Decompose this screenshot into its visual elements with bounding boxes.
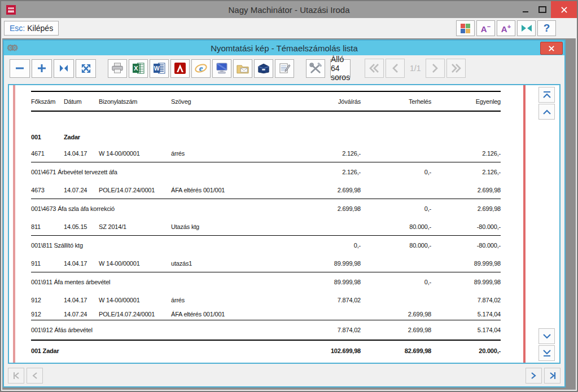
scroll-to-top-button[interactable]: [538, 87, 555, 103]
scroll-to-bottom-icon: [542, 349, 551, 357]
cell-voucher: POLE/14.07.24/0001: [99, 187, 171, 193]
fit-width-button[interactable]: [54, 59, 74, 78]
fit-width-icon: [59, 64, 69, 73]
cell-credit: 102.699,98: [293, 347, 361, 354]
cell-debit: 2.699,98: [361, 327, 431, 333]
settings-button[interactable]: [306, 59, 325, 78]
cell-label: 001\911 Áfa mentes árbevétel: [31, 279, 293, 285]
cell-debit: 0,-: [361, 169, 431, 175]
scroll-right-button[interactable]: [526, 368, 542, 384]
main-toolbar-right: A− A+ ?: [456, 20, 556, 36]
export-word-button[interactable]: W: [150, 59, 169, 78]
report-subtotal-row: 001\911 Áfa mentes árbevétel89.999,980,-…: [31, 272, 501, 292]
report-detail-row: 467314.07.24POLE/14.07.24/0001ÁFA eltéré…: [31, 182, 501, 199]
help-button[interactable]: ?: [537, 20, 556, 36]
exit-label: Kilépés: [27, 24, 53, 33]
font-decrease-button[interactable]: A−: [476, 20, 495, 36]
cell-credit: 0,-: [293, 242, 361, 249]
zoom-in-button[interactable]: [32, 59, 52, 78]
cell-account: 911: [31, 260, 64, 267]
zoom-out-button[interactable]: [10, 59, 30, 78]
print-button[interactable]: [108, 59, 127, 78]
column-header: Egyenleg: [431, 98, 501, 105]
send-mail-button[interactable]: [233, 59, 252, 78]
export-pdf-button[interactable]: [170, 59, 190, 78]
edit-button[interactable]: [275, 59, 294, 78]
scroll-to-bottom-button[interactable]: [538, 345, 555, 361]
column-header: Dátum: [64, 98, 99, 105]
scroll-right-end-button[interactable]: [544, 368, 561, 384]
cell-voucher: POLE/14.07.24/0001: [99, 311, 171, 318]
cell-account: 001: [31, 134, 64, 140]
svg-text:X: X: [133, 65, 138, 72]
pdf-icon: [174, 63, 186, 74]
first-page-button[interactable]: [365, 59, 384, 78]
cell-debit: 80.000,-: [361, 242, 431, 249]
first-page-icon: [369, 64, 380, 73]
cell-account: 4671: [31, 150, 64, 157]
scroll-down-button[interactable]: [538, 328, 555, 344]
export-html-button[interactable]: e: [191, 59, 211, 78]
view-screen-button[interactable]: [212, 59, 231, 78]
fit-page-button[interactable]: [76, 59, 96, 78]
report-subtotal-row: 001\811 Szállító ktg0,-80.000,--80.000,-: [31, 236, 501, 255]
cell-voucher: W 14-00/00001: [99, 260, 171, 267]
print-preview-window: ⚙⚙ Nyomtatási kép - Témaelszámolás lista: [3, 39, 566, 387]
cell-balance: 89.999,98: [431, 260, 501, 267]
archive-button[interactable]: [254, 59, 273, 78]
cell-balance: 89.999,98: [431, 279, 501, 285]
exit-button[interactable]: Esc: Kilépés: [4, 21, 59, 36]
zoom-in-icon: [37, 63, 47, 73]
report-detail-row: 91214.07.24POLE/14.07.24/0001ÁFA eltérés…: [31, 309, 501, 320]
tools-icon: [309, 63, 322, 74]
column-header: Bizonylatszám: [99, 98, 171, 105]
scroll-down-icon: [542, 333, 551, 340]
scroll-left-button[interactable]: [27, 368, 43, 384]
prev-page-button[interactable]: [386, 59, 405, 78]
scroll-left-end-button[interactable]: [8, 368, 24, 384]
cell-balance: 2.699,98: [431, 187, 501, 193]
next-page-button[interactable]: [426, 59, 445, 78]
scroll-right-end-icon: [549, 372, 557, 380]
svg-text:W: W: [154, 65, 159, 72]
cell-balance: -80.000,-: [431, 242, 501, 249]
report-detail-row: 91114.04.17W 14-00/00001utazás189.999,98…: [31, 255, 501, 272]
next-page-icon: [431, 64, 439, 73]
cell-voucher: SZ 2014/1: [99, 223, 171, 230]
resize-button[interactable]: [517, 20, 536, 36]
cell-credit: 89.999,98: [293, 260, 361, 267]
cell-balance: 2.699,98: [431, 205, 501, 212]
report-rule: [31, 111, 501, 112]
column-header: Jóváírás: [293, 98, 361, 105]
theme-grid-button[interactable]: [456, 20, 475, 36]
last-page-button[interactable]: [446, 59, 466, 78]
scroll-up-button[interactable]: [538, 104, 555, 120]
theme-grid-icon: [461, 24, 470, 33]
cell-account: 912: [31, 311, 64, 318]
preview-close-button[interactable]: [540, 42, 563, 55]
cell-text: utazás1: [171, 260, 293, 267]
cell-debit: 0,-: [361, 205, 431, 212]
app-window: Nagy Machinátor - Utazási Iroda Esc: Kil…: [0, 0, 578, 392]
cell-credit: 2.699,98: [293, 187, 361, 193]
cell-debit: 0,-: [361, 279, 431, 285]
cell-credit: 7.874,02: [293, 327, 361, 333]
window-title: Nagy Machinátor - Utazási Iroda: [1, 5, 577, 15]
report-detail-row: 81114.05.15SZ 2014/1Utazás ktg80.000,--8…: [31, 218, 501, 235]
cell-debit: 80.000,-: [361, 223, 431, 230]
page-layout-button[interactable]: Álló 64 soros: [330, 59, 351, 78]
report-subtotal-row: 001\912 Áfás árbevétel7.874,022.699,985.…: [31, 320, 501, 340]
cell-date: 14.07.24: [64, 187, 99, 193]
cell-label: 001 Zadar: [31, 347, 293, 354]
page-nav: 1/1: [365, 59, 466, 78]
cell-label: 001\4673 Áfa szla áfa korrekció: [31, 205, 293, 212]
font-increase-button[interactable]: A+: [497, 20, 515, 36]
report-group-row: 001Zadar: [31, 129, 501, 145]
export-excel-button[interactable]: X: [129, 59, 148, 78]
font-decrease-icon: A−: [481, 24, 491, 33]
cell-credit: 2.126,-: [293, 150, 361, 157]
cell-date: 14.07.24: [64, 311, 99, 318]
cell-credit: 2.126,-: [293, 169, 361, 175]
cell-date: 14.04.17: [64, 260, 99, 267]
cell-label: 001\4671 Árbevétel tervezett áfa: [31, 169, 293, 175]
